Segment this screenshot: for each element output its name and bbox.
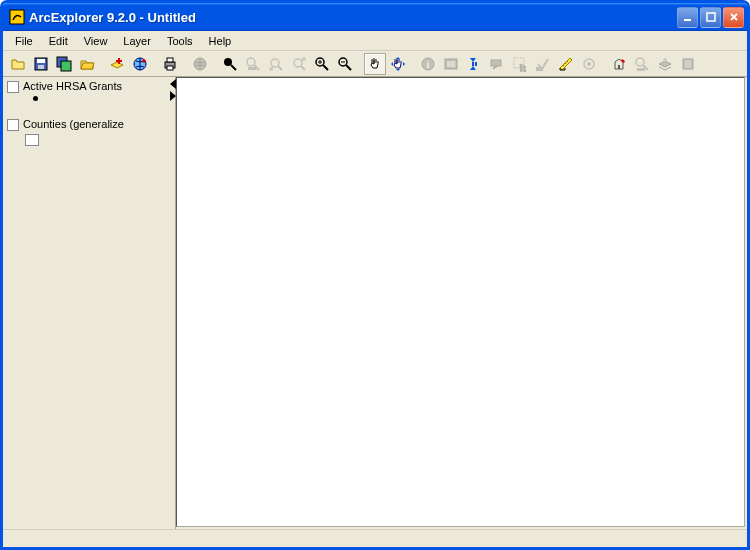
remove-layer-icon xyxy=(677,53,699,75)
toolbar: i xyxy=(3,51,747,77)
buffer-icon xyxy=(578,53,600,75)
collapse-left-icon xyxy=(170,79,176,89)
svg-rect-2 xyxy=(707,13,715,21)
window-title: ArcExplorer 9.2.0 - Untitled xyxy=(29,10,677,25)
print-icon[interactable] xyxy=(159,53,181,75)
menu-edit[interactable]: Edit xyxy=(41,33,76,49)
svg-rect-25 xyxy=(536,67,543,71)
measure-icon[interactable] xyxy=(555,53,577,75)
save-icon[interactable] xyxy=(30,53,52,75)
zoom-active-icon[interactable] xyxy=(219,53,241,75)
collapse-right-icon xyxy=(170,91,176,101)
app-window: ArcExplorer 9.2.0 - Untitled File Edit V… xyxy=(0,0,750,550)
maximize-button[interactable] xyxy=(700,7,721,28)
zoom-in-icon[interactable] xyxy=(311,53,333,75)
open-icon[interactable] xyxy=(7,53,29,75)
content-area: Active HRSA Grants Counties (generalize xyxy=(3,77,747,529)
svg-rect-1 xyxy=(684,19,691,21)
move-layer-icon xyxy=(654,53,676,75)
svg-text:i: i xyxy=(427,59,430,70)
svg-point-16 xyxy=(271,59,279,67)
layer-item[interactable]: Counties (generalize xyxy=(7,117,175,132)
statusbar xyxy=(3,529,747,547)
svg-point-27 xyxy=(587,62,591,66)
identify-icon: i xyxy=(417,53,439,75)
menu-view[interactable]: View xyxy=(76,33,116,49)
svg-rect-11 xyxy=(167,66,173,70)
window-controls xyxy=(677,7,744,28)
svg-rect-5 xyxy=(38,65,44,69)
svg-rect-10 xyxy=(167,58,173,62)
open-folder-icon[interactable] xyxy=(76,53,98,75)
svg-point-29 xyxy=(636,58,644,66)
layer-checkbox[interactable] xyxy=(7,119,19,131)
layer-symbol-polygon-icon xyxy=(25,134,39,146)
full-extent-icon xyxy=(189,53,211,75)
select-icon xyxy=(509,53,531,75)
svg-rect-0 xyxy=(10,10,24,24)
layers-panel: Active HRSA Grants Counties (generalize xyxy=(3,77,176,529)
add-layer-icon[interactable] xyxy=(106,53,128,75)
find-icon[interactable] xyxy=(463,53,485,75)
menubar: File Edit View Layer Tools Help xyxy=(3,31,747,51)
zoom-out-icon[interactable] xyxy=(334,53,356,75)
layer-label: Counties (generalize xyxy=(23,118,124,130)
pan-icon[interactable] xyxy=(364,53,386,75)
clear-sel-icon xyxy=(532,53,554,75)
svg-rect-4 xyxy=(37,59,45,63)
svg-rect-23 xyxy=(491,60,501,66)
minimize-button[interactable] xyxy=(677,7,698,28)
zoom-next-icon xyxy=(288,53,310,75)
svg-rect-7 xyxy=(61,61,71,71)
app-icon xyxy=(9,9,25,25)
save-layers-icon[interactable] xyxy=(53,53,75,75)
titlebar[interactable]: ArcExplorer 9.2.0 - Untitled xyxy=(3,3,747,31)
menu-file[interactable]: File xyxy=(7,33,41,49)
menu-help[interactable]: Help xyxy=(201,33,240,49)
geocode-icon[interactable] xyxy=(608,53,630,75)
layer-item[interactable]: Active HRSA Grants xyxy=(7,79,175,94)
menu-layer[interactable]: Layer xyxy=(115,33,159,49)
pan-dir-icon[interactable] xyxy=(387,53,409,75)
add-globe-icon[interactable] xyxy=(129,53,151,75)
svg-rect-28 xyxy=(618,65,620,69)
layer-checkbox[interactable] xyxy=(7,81,19,93)
svg-rect-15 xyxy=(248,67,256,70)
svg-point-17 xyxy=(294,59,302,67)
layer-label: Active HRSA Grants xyxy=(23,80,122,92)
layer-vis-icon xyxy=(631,53,653,75)
menu-tools[interactable]: Tools xyxy=(159,33,201,49)
tips-icon xyxy=(486,53,508,75)
query-icon xyxy=(440,53,462,75)
svg-point-13 xyxy=(224,58,232,66)
map-canvas[interactable] xyxy=(176,77,745,527)
zoom-layer-icon xyxy=(242,53,264,75)
svg-point-14 xyxy=(247,58,255,66)
zoom-prev-icon xyxy=(265,53,287,75)
close-button[interactable] xyxy=(723,7,744,28)
